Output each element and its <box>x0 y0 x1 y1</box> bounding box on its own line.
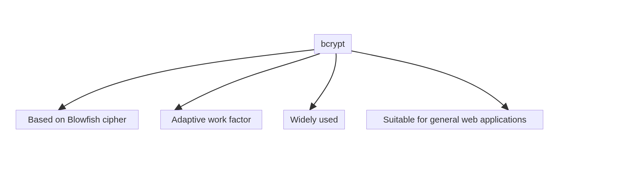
edge-root-to-leaf3 <box>310 54 336 110</box>
edge-root-to-leaf4 <box>352 51 508 110</box>
node-leaf-label: Based on Blowfish cipher <box>28 115 127 125</box>
edge-root-to-leaf2 <box>175 54 320 110</box>
node-root-label: bcrypt <box>321 39 345 49</box>
node-leaf-label: Suitable for general web applications <box>383 115 526 125</box>
node-leaf-adaptive: Adaptive work factor <box>160 110 262 129</box>
node-leaf-label: Widely used <box>290 115 338 125</box>
node-leaf-label: Adaptive work factor <box>172 115 251 125</box>
edge-root-to-leaf1 <box>58 50 314 110</box>
diagram-canvas: bcrypt Based on Blowfish cipher Adaptive… <box>0 0 644 186</box>
node-root: bcrypt <box>314 34 352 54</box>
edges-layer <box>0 0 644 186</box>
node-leaf-widely-used: Widely used <box>283 110 345 129</box>
node-leaf-blowfish: Based on Blowfish cipher <box>16 110 139 129</box>
node-leaf-webapps: Suitable for general web applications <box>366 110 543 129</box>
